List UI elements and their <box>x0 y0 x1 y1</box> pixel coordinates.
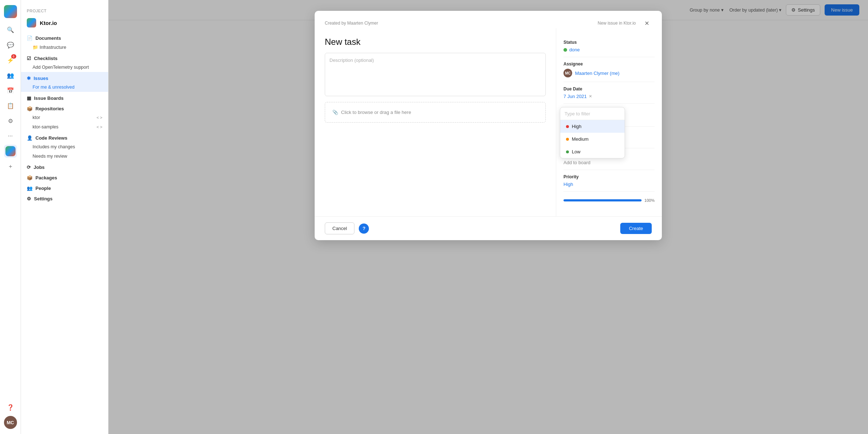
file-drop-label: Click to browse or drag a file here <box>341 110 411 115</box>
checklists-label: Checklists <box>34 56 58 61</box>
issues-label: Issues <box>34 76 48 81</box>
panel-title: New issue in Ktor.io <box>598 21 636 26</box>
completion-fill <box>563 199 642 201</box>
due-date-value: 7 Jun 2021 <box>563 94 587 99</box>
status-label: Status <box>563 40 655 45</box>
create-button[interactable]: Create <box>620 223 652 234</box>
priority-value[interactable]: High <box>563 182 655 187</box>
completion-section: 100% <box>563 192 655 209</box>
notification-badge: 6 <box>11 54 16 59</box>
modal-body: 📎 Click to browse or drag a file here St… <box>315 28 662 216</box>
add-icon-btn[interactable]: ＋ <box>4 160 17 173</box>
sidebar-item-code-reviews[interactable]: 👤 Code Reviews <box>21 132 108 142</box>
sidebar-item-packages[interactable]: 📦 Packages <box>21 171 108 182</box>
priority-label: Priority <box>563 174 655 179</box>
project-name-row[interactable]: Ktor.io <box>21 16 108 32</box>
icon-sidebar: 🔍 💬 ⚡ 6 👥 📅 📋 ⚙ ··· ＋ ❓ MC <box>0 0 21 434</box>
more-icon-btn[interactable]: ··· <box>4 129 17 142</box>
repositories-label: Repositories <box>35 106 64 111</box>
people-label: People <box>35 186 51 191</box>
medium-dot <box>566 138 569 141</box>
priority-option-high[interactable]: High <box>560 120 625 133</box>
sidebar-item-checklists[interactable]: ☑ Checklists <box>21 52 108 63</box>
status-text: done <box>569 47 580 52</box>
sidebar-item-repositories[interactable]: 📦 Repositories <box>21 102 108 113</box>
assignee-section: Assignee MC Maarten Clymer (me) <box>563 57 655 82</box>
due-date-row[interactable]: 7 Jun 2021 ✕ <box>563 94 655 99</box>
sidebar-nav: Project Ktor.io 📄 Documents 📁 Infrastruc… <box>21 0 109 434</box>
modal-overlay[interactable]: Created by Maarten Clymer New issue in K… <box>109 0 868 434</box>
low-dot <box>566 150 569 153</box>
status-dot <box>563 48 567 52</box>
ktor-samples-repo-actions: < > <box>97 125 102 129</box>
checklists-icon: ☑ <box>27 56 31 61</box>
sidebar-item-includes-my-changes[interactable]: Includes my changes <box>21 142 108 152</box>
task-title-input[interactable] <box>325 37 546 47</box>
priority-option-low[interactable]: Low <box>560 145 625 158</box>
issue-boards-icon: ▦ <box>27 95 31 101</box>
jobs-icon: ⟳ <box>27 165 31 170</box>
sidebar-item-ktor[interactable]: ktor < > <box>21 113 108 122</box>
sidebar-item-add-opentelemetry[interactable]: Add OpenTelemetry support <box>21 63 108 72</box>
assignee-label: Assignee <box>563 61 655 67</box>
created-by-label: Created by Maarten Clymer <box>325 21 378 26</box>
project-name: Ktor.io <box>40 20 57 26</box>
add-to-board-btn[interactable]: Add to board <box>563 160 655 165</box>
project-icon <box>27 18 36 27</box>
calendar-icon-btn[interactable]: 📅 <box>4 84 17 97</box>
active-project-icon-btn[interactable] <box>4 145 17 158</box>
sidebar-item-people[interactable]: 👥 People <box>21 182 108 192</box>
settings-nav-icon: ⚙ <box>27 196 31 201</box>
settings-nav-label: Settings <box>34 196 52 201</box>
footer-left: Cancel ? <box>325 222 369 234</box>
sidebar-item-settings[interactable]: ⚙ Settings <box>21 192 108 203</box>
due-date-clear-icon[interactable]: ✕ <box>589 94 592 99</box>
priority-option-medium[interactable]: Medium <box>560 133 625 145</box>
sidebar-item-infrastructure[interactable]: 📁 Infrastructure <box>21 42 108 52</box>
dropdown-filter <box>560 107 625 120</box>
modal-header: Created by Maarten Clymer New issue in K… <box>315 11 662 28</box>
medium-label: Medium <box>572 136 588 142</box>
user-avatar[interactable]: MC <box>4 416 17 429</box>
team-icon-btn[interactable]: 👥 <box>4 69 17 82</box>
issues-icon: ✱ <box>27 76 31 81</box>
sidebar-item-jobs[interactable]: ⟳ Jobs <box>21 161 108 171</box>
sidebar-item-documents[interactable]: 📄 Documents <box>21 32 108 42</box>
status-value[interactable]: done <box>563 47 655 52</box>
file-drop-zone[interactable]: 📎 Click to browse or drag a file here <box>325 102 546 123</box>
people-icon: 👥 <box>27 186 33 191</box>
sidebar-item-issues[interactable]: ✱ Issues <box>21 72 108 82</box>
app-logo[interactable] <box>4 5 17 18</box>
completion-pct: 100% <box>644 198 655 203</box>
project-label: Project <box>27 9 47 13</box>
sidebar-item-needs-my-review[interactable]: Needs my review <box>21 152 108 161</box>
low-label: Low <box>572 149 580 154</box>
priority-dropdown: High Medium Low <box>560 107 625 158</box>
modal-close-button[interactable]: ✕ <box>642 18 652 28</box>
search-icon-btn[interactable]: 🔍 <box>4 23 17 36</box>
sidebar-item-issue-boards[interactable]: ▦ Issue Boards <box>21 92 108 102</box>
notifications-icon-btn[interactable]: ⚡ 6 <box>4 54 17 67</box>
assignee-row[interactable]: MC Maarten Clymer (me) <box>563 69 655 77</box>
modal-footer: Cancel ? Create <box>315 216 662 240</box>
help-button[interactable]: ? <box>359 224 369 234</box>
cancel-button[interactable]: Cancel <box>325 222 354 234</box>
due-date-label: Due date <box>563 86 655 92</box>
high-label: High <box>572 124 582 129</box>
sidebar-item-ktor-samples[interactable]: ktor-samples < > <box>21 122 108 132</box>
sidebar-item-for-me-unresolved[interactable]: For me & unresolved <box>21 82 108 92</box>
gear-icon-btn[interactable]: ⚙ <box>4 114 17 127</box>
due-date-section: Due date 7 Jun 2021 ✕ <box>563 82 655 104</box>
assignee-avatar: MC <box>563 69 572 77</box>
help-icon-btn[interactable]: ❓ <box>4 401 17 414</box>
high-dot <box>566 125 569 128</box>
priority-section: Priority High High <box>563 170 655 192</box>
repositories-icon: 📦 <box>27 106 33 111</box>
code-reviews-label: Code Reviews <box>35 135 67 141</box>
chat-icon-btn[interactable]: 💬 <box>4 38 17 51</box>
priority-filter-input[interactable] <box>565 111 620 116</box>
description-textarea[interactable] <box>325 53 546 96</box>
list-icon-btn[interactable]: 📋 <box>4 99 17 112</box>
assignee-initials: MC <box>565 71 571 75</box>
issue-boards-label: Issue Boards <box>34 95 64 101</box>
